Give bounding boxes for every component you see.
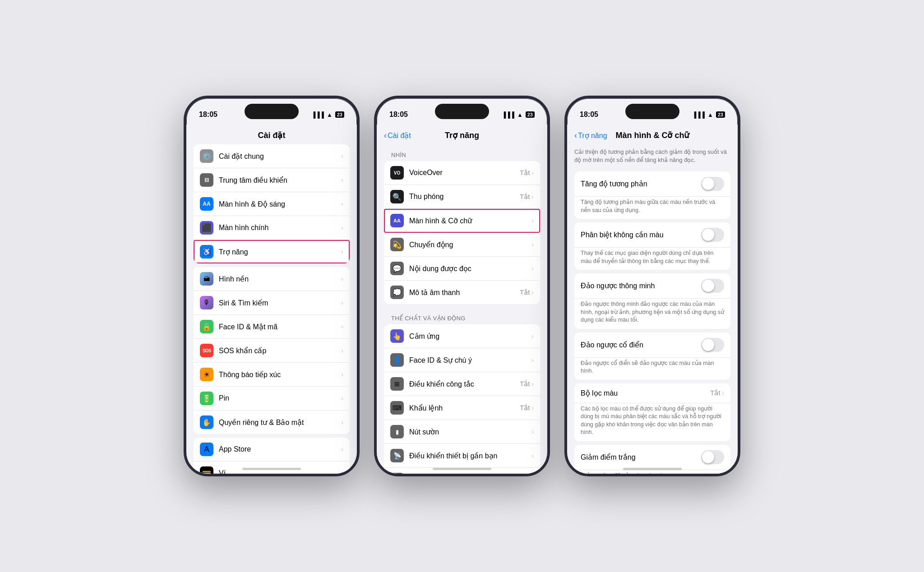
icon-appstore: A xyxy=(200,443,213,456)
settings-item-tro-nang[interactable]: ♿ Trợ năng › xyxy=(194,240,350,263)
settings-item-thong-bao[interactable]: ☀ Thông báo tiếp xúc › xyxy=(194,363,350,387)
label-cai-dat-chung: Cài đặt chung xyxy=(219,152,336,161)
status-icons-3: ▐▐▐ ▲ 23 xyxy=(692,111,725,118)
section-group-1: ⚙️ Cài đặt chung › ⊟ Trung tâm điều khiể… xyxy=(194,144,350,263)
chevron-hinh-nen: › xyxy=(341,275,343,282)
label-dieu-khien-thiet-bi: Điều khiển thiết bị gần bạn xyxy=(409,452,526,460)
settings-item-cai-dat-chung[interactable]: ⚙️ Cài đặt chung › xyxy=(194,144,350,168)
icon-hinh-nen: 🏔 xyxy=(200,272,213,286)
settings-item-dieu-khien-cong-tac[interactable]: ⊞ Điều khiển công tắc Tắt › xyxy=(384,372,540,396)
settings-item-khau-lenh[interactable]: ⌨ Khẩu lệnh Tắt › xyxy=(384,396,540,420)
label-nut-suon: Nút sườn xyxy=(409,428,526,436)
chevron-cam-ung: › xyxy=(531,332,534,340)
screen-3: ‹ Trợ năng Màn hình & Cỡ chữ Cải thiện đ… xyxy=(567,125,738,474)
icon-man-hinh-co-chu: AA xyxy=(390,214,404,227)
right-man-hinh-co-chu: › xyxy=(531,217,534,224)
settings-item-appstore[interactable]: A App Store › xyxy=(194,438,350,461)
toggle-giam-diem-trang[interactable] xyxy=(701,450,724,464)
label-quyen: Quyền riêng tư & Bảo mật xyxy=(219,418,336,427)
settings-item-hinh-nen[interactable]: 🏔 Hình nền › xyxy=(194,267,350,291)
home-indicator-3 xyxy=(623,468,682,470)
toggle-tang-do-tuong-phan[interactable] xyxy=(701,177,724,191)
label-thong-bao: Thông báo tiếp xúc xyxy=(219,370,336,379)
toggle-knob-1 xyxy=(702,178,714,190)
chevron-thong-bao: › xyxy=(341,371,343,378)
status-icons-2: ▐▐▐ ▲ 23 xyxy=(502,111,535,118)
icon-tro-nang: ♿ xyxy=(200,245,213,258)
toggle-dao-nguoc-co-dien[interactable] xyxy=(701,338,724,352)
icon-dieu-khien-thiet-bi: 📡 xyxy=(390,449,404,462)
icon-sos: SOS xyxy=(200,344,213,357)
right-content-3[interactable]: Cải thiện độ tương phản bằng cách giảm đ… xyxy=(567,144,738,474)
settings-item-mo-ta-am-thanh[interactable]: 💭 Mô tả âm thanh Tắt › xyxy=(384,281,540,304)
settings-item-chuyen-dong[interactable]: 💫 Chuyển động › xyxy=(384,233,540,257)
settings-item-pin[interactable]: 🔋 Pin › xyxy=(194,387,350,411)
settings-item-man-hinh-chinh[interactable]: ⬛ Màn hình chính › xyxy=(194,216,350,240)
settings-item-cam-ung[interactable]: 👆 Cảm ứng › xyxy=(384,324,540,348)
label-man-hinh-co-chu: Màn hình & Cỡ chữ xyxy=(409,217,526,225)
right-thu-phong: Tắt › xyxy=(520,193,534,201)
home-indicator-2 xyxy=(433,468,491,470)
settings-item-sos[interactable]: SOS SOS khẩn cấp › xyxy=(194,339,350,363)
settings-item-voiceover[interactable]: VO VoiceOver Tắt › xyxy=(384,161,540,185)
label-dao-nguoc-co-dien: Đảo ngược cổ điển xyxy=(581,341,701,349)
block-phan-biet: Phân biệt không cần màu Thay thế các mục… xyxy=(574,222,730,270)
row-phan-biet[interactable]: Phân biệt không cần màu xyxy=(574,222,730,248)
right-dieu-khien-cong-tac: Tắt › xyxy=(520,380,534,388)
home-indicator-1 xyxy=(242,468,301,470)
icon-vi: 💳 xyxy=(200,466,213,474)
right-mo-ta-am-thanh: Tắt › xyxy=(520,288,534,296)
settings-item-dieu-khien-thiet-bi[interactable]: 📡 Điều khiển thiết bị gần bạn › xyxy=(384,444,540,468)
settings-list-2[interactable]: NHÌN VO VoiceOver Tắt › 🔍 Thu phóng Tắ xyxy=(377,144,547,474)
settings-item-siri[interactable]: 🎙 Siri & Tìm kiếm › xyxy=(194,291,350,315)
toggle-knob-6 xyxy=(702,451,714,463)
settings-item-face-id-su[interactable]: 👤 Face ID & Sự chú ý › xyxy=(384,348,540,372)
chevron-thu-phong: › xyxy=(531,193,534,200)
wifi-icon-1: ▲ xyxy=(327,111,333,118)
phone-2: 18:05 ▐▐▐ ▲ 23 ‹ Cài đặt Trợ năng NHÌN V… xyxy=(374,96,550,476)
battery-1: 23 xyxy=(335,111,344,118)
time-3: 18:05 xyxy=(580,111,598,119)
chevron-cai-dat-chung: › xyxy=(341,152,343,160)
section-group-the-chat: 👆 Cảm ứng › 👤 Face ID & Sự chú ý › ⊞ Điề… xyxy=(384,324,540,474)
row-giam-diem-trang[interactable]: Giảm điểm trắng xyxy=(574,445,730,470)
label-giam-diem-trang: Giảm điểm trắng xyxy=(581,453,701,461)
right-khau-lenh: Tắt › xyxy=(520,404,534,412)
icon-dieu-khien-cong-tac: ⊞ xyxy=(390,377,404,391)
toggle-phan-biet[interactable] xyxy=(701,228,724,242)
icon-man-hinh-chinh: ⬛ xyxy=(200,221,213,235)
row-bo-loc-mau[interactable]: Bộ lọc màu Tắt › xyxy=(574,383,730,403)
signal-icon-1: ▐▐▐ xyxy=(311,111,324,118)
nav-bar-1: Cài đặt xyxy=(186,125,357,144)
settings-item-face-id[interactable]: 🔒 Face ID & Mật mã › xyxy=(194,315,350,339)
label-noi-dung-doc: Nội dung được đọc xyxy=(409,264,526,273)
nav-title-3: Màn hình & Cỡ chữ xyxy=(616,130,689,140)
label-face-id-su: Face ID & Sự chú ý xyxy=(409,356,526,364)
settings-list-1[interactable]: ⚙️ Cài đặt chung › ⊟ Trung tâm điều khiể… xyxy=(186,144,357,474)
settings-item-nut-suon[interactable]: ▮ Nút sườn › xyxy=(384,420,540,444)
settings-item-trung-tam[interactable]: ⊟ Trung tâm điều khiển › xyxy=(194,168,350,192)
nav-title-2: Trợ năng xyxy=(445,130,479,140)
nav-bar-3: ‹ Trợ năng Màn hình & Cỡ chữ xyxy=(567,125,738,144)
settings-item-thu-phong[interactable]: 🔍 Thu phóng Tắt › xyxy=(384,185,540,209)
nav-back-2[interactable]: ‹ Cài đặt xyxy=(384,131,411,140)
dynamic-island-1 xyxy=(245,104,299,119)
row-tang-do-tuong-phan[interactable]: Tăng độ tương phản xyxy=(574,171,730,197)
settings-item-man-hinh-do-sang[interactable]: AA Màn hình & Độ sáng › xyxy=(194,192,350,216)
icon-trung-tam: ⊟ xyxy=(200,173,213,187)
settings-item-man-hinh-co-chu[interactable]: AA Màn hình & Cỡ chữ › xyxy=(384,209,540,233)
desc-tang-do-tuong-phan: Tăng độ tương phản màu giữa các màu nền … xyxy=(574,197,730,219)
label-man-hinh-chinh: Màn hình chính xyxy=(219,224,336,232)
icon-quyen: ✋ xyxy=(200,415,213,429)
label-dieu-khien-cong-tac: Điều khiển công tắc xyxy=(409,380,514,388)
chevron-siri: › xyxy=(341,299,343,306)
chevron-sos: › xyxy=(341,347,343,354)
settings-item-noi-dung-doc[interactable]: 💬 Nội dung được đọc › xyxy=(384,257,540,281)
row-dao-nguoc-co-dien[interactable]: Đảo ngược cổ điển xyxy=(574,332,730,358)
value-thu-phong: Tắt xyxy=(520,193,530,201)
nav-back-3[interactable]: ‹ Trợ năng xyxy=(574,131,607,140)
row-dao-nguoc-thong-minh[interactable]: Đảo ngược thông minh xyxy=(574,273,730,299)
toggle-dao-nguoc-thong-minh[interactable] xyxy=(701,279,724,293)
settings-item-quyen[interactable]: ✋ Quyền riêng tư & Bảo mật › xyxy=(194,411,350,434)
chevron-noi-dung-doc: › xyxy=(531,265,534,272)
